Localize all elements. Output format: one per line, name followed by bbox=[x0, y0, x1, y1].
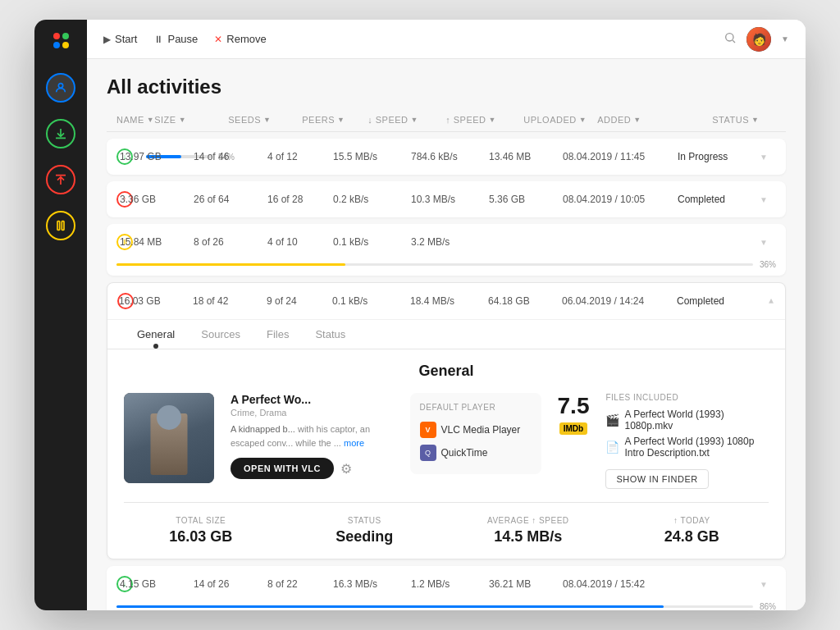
expanded-section-title: General bbox=[124, 363, 769, 380]
vlc-icon: V bbox=[420, 422, 436, 438]
file-item: 🎬 A Perfect World (1993) 1080p.mkv bbox=[605, 409, 769, 431]
account-chevron[interactable]: ▼ bbox=[781, 34, 789, 43]
toolbar-right: 🧑 ▼ bbox=[724, 27, 789, 52]
show-finder-button[interactable]: SHOW IN FINDER bbox=[605, 469, 708, 489]
stat-status: STATUS Seeding bbox=[288, 516, 442, 546]
torrent-size: 13.97 GB bbox=[120, 151, 194, 162]
torrent-row-nba[interactable]: ↓ NBA All Star (2019) 4.15 GB 14 of 26 8… bbox=[107, 566, 786, 602]
sidebar-item-pause[interactable] bbox=[46, 211, 75, 240]
torrent-size: 16.03 GB bbox=[119, 295, 193, 307]
torrent-row-perfectworld: ↑ A Perfect World (1993) 16.03 GB 18 of … bbox=[107, 282, 786, 559]
page-title: All activities bbox=[107, 75, 786, 98]
torrent-added: 08.04.2019 / 11:45 bbox=[563, 151, 678, 162]
torrent-seeds: 14 of 46 bbox=[194, 151, 267, 162]
torrent-main-perfectworld[interactable]: ↑ A Perfect World (1993) 16.03 GB 18 of … bbox=[107, 283, 785, 319]
torrent-row-formula1[interactable]: ↑ Formula 1 (2019) Ba... 3.36 GB 26 of 6… bbox=[107, 181, 786, 217]
sidebar-item-upload[interactable] bbox=[46, 165, 75, 194]
torrent-seeds: 26 of 64 bbox=[194, 194, 267, 205]
tab-files[interactable]: Files bbox=[253, 320, 302, 349]
row-expand-perfectworld[interactable]: ▼ bbox=[759, 297, 775, 306]
col-up-speed[interactable]: ↑ SPEED ▼ bbox=[445, 115, 523, 125]
torrent-row: ⏸ Armin Van Buuren X Lucas And Steve Fea… bbox=[107, 224, 786, 276]
row-expand-hacksaw[interactable]: ▼ bbox=[760, 153, 776, 162]
col-status[interactable]: STATUS ▼ bbox=[712, 115, 794, 125]
quicktime-player-item[interactable]: Q QuickTime bbox=[420, 441, 532, 464]
tab-sources[interactable]: Sources bbox=[188, 320, 253, 349]
torrent-down-speed: 0.1 kB/s bbox=[332, 295, 410, 307]
tab-status[interactable]: Status bbox=[302, 320, 358, 349]
torrent-up-speed: 10.3 MB/s bbox=[411, 194, 489, 205]
open-with-vlc-button[interactable]: OPEN WITH VLC bbox=[231, 458, 334, 479]
torrent-peers: 16 of 28 bbox=[267, 194, 333, 205]
vlc-player-item[interactable]: V VLC Media Player bbox=[420, 418, 532, 441]
stat-avg-speed: AVERAGE ↑ SPEED 14.5 MB/s bbox=[451, 516, 605, 546]
player-label: DEFAULT PLAYER bbox=[420, 403, 532, 412]
file-item: 📄 A Perfect World (1993) 1080p Intro Des… bbox=[605, 436, 769, 459]
row-expand-armin[interactable]: ▼ bbox=[760, 238, 776, 247]
remove-button[interactable]: ✕ Remove bbox=[214, 30, 266, 48]
torrent-status: Completed bbox=[677, 295, 759, 307]
search-button[interactable] bbox=[724, 31, 737, 48]
col-added[interactable]: ADDED ▼ bbox=[597, 115, 712, 125]
row-expand-formula1[interactable]: ▼ bbox=[760, 195, 776, 204]
settings-gear-icon[interactable]: ⚙ bbox=[340, 461, 352, 477]
movie-title: A Perfect Wo... bbox=[231, 393, 394, 406]
app-window: ▶ Start ⏸ Pause ✕ Remove 🧑 ▼ bbox=[34, 20, 806, 610]
pause-button[interactable]: ⏸ Pause bbox=[153, 30, 198, 48]
torrent-row: ↑ Formula 1 (2019) Ba... 3.36 GB 26 of 6… bbox=[107, 181, 786, 217]
remove-icon: ✕ bbox=[214, 34, 222, 45]
quicktime-icon: Q bbox=[420, 445, 436, 461]
expanded-body: A Perfect Wo... Crime, Drama A kidnapped… bbox=[124, 393, 769, 489]
torrent-down-speed: 16.3 MB/s bbox=[333, 578, 411, 590]
col-name[interactable]: NAME ▼ bbox=[116, 115, 154, 125]
sidebar bbox=[34, 20, 87, 610]
col-size[interactable]: SIZE ▼ bbox=[154, 115, 228, 125]
stat-total-size: TOTAL SIZE 16.03 GB bbox=[124, 516, 278, 546]
table-header: NAME ▼ SIZE ▼ SEEDS ▼ PEERS ▼ ↓ SPEED bbox=[107, 115, 786, 132]
svg-rect-2 bbox=[62, 221, 64, 231]
torrent-uploaded: 13.46 MB bbox=[489, 151, 563, 162]
start-button[interactable]: ▶ Start bbox=[103, 30, 137, 48]
torrent-added: 08.04.2019 / 10:05 bbox=[563, 194, 678, 205]
torrent-peers: 9 of 24 bbox=[267, 295, 332, 307]
more-link[interactable]: more bbox=[344, 438, 364, 448]
col-down-speed[interactable]: ↓ SPEED ▼ bbox=[368, 115, 445, 125]
main-content: ▶ Start ⏸ Pause ✕ Remove 🧑 ▼ bbox=[87, 20, 806, 610]
torrent-peers: 8 of 22 bbox=[267, 578, 333, 590]
content-area: All activities NAME ▼ SIZE ▼ SEEDS ▼ PEE… bbox=[87, 59, 806, 610]
pause-icon: ⏸ bbox=[153, 34, 163, 45]
svg-point-3 bbox=[726, 33, 733, 40]
video-file-icon: 🎬 bbox=[605, 413, 619, 427]
torrent-size: 3.36 GB bbox=[120, 194, 194, 205]
torrent-seeds: 14 of 26 bbox=[194, 578, 267, 590]
torrent-up-speed: 1.2 MB/s bbox=[411, 578, 489, 590]
imdb-badge: IMDb bbox=[559, 422, 587, 435]
torrent-added: 06.04.2019 / 14:24 bbox=[562, 295, 677, 307]
torrent-uploaded: 5.36 GB bbox=[489, 194, 563, 205]
movie-genre: Crime, Drama bbox=[231, 408, 394, 418]
start-label: Start bbox=[115, 33, 137, 45]
torrent-peers: 4 of 12 bbox=[267, 151, 333, 162]
app-logo bbox=[53, 33, 69, 48]
torrent-uploaded: 36.21 MB bbox=[489, 578, 563, 590]
file-name: A Perfect World (1993) 1080p.mkv bbox=[624, 409, 769, 431]
torrent-expanded-panel: General Sources Files Status General bbox=[107, 319, 785, 559]
tab-general[interactable]: General bbox=[124, 320, 188, 349]
col-peers[interactable]: PEERS ▼ bbox=[302, 115, 368, 125]
col-seeds[interactable]: SEEDS ▼ bbox=[228, 115, 302, 125]
movie-description: A kidnapped b... with his captor, an esc… bbox=[231, 422, 394, 450]
torrent-up-speed: 3.2 MB/s bbox=[411, 236, 489, 248]
sidebar-item-download[interactable] bbox=[46, 119, 75, 148]
torrent-row-hacksaw[interactable]: ↓ Hacksaw Ridge (2016) 54% 13.97 GB 14 o… bbox=[107, 139, 786, 175]
torrent-row-armin[interactable]: ⏸ Armin Van Buuren X Lucas And Steve Fea… bbox=[107, 224, 786, 260]
files-section-label: FILES INCLUDED bbox=[605, 393, 769, 402]
torrent-peers: 4 of 10 bbox=[267, 236, 333, 248]
col-uploaded[interactable]: UPLOADED ▼ bbox=[523, 115, 597, 125]
torrent-up-speed: 18.4 MB/s bbox=[410, 295, 488, 307]
expanded-content: General bbox=[107, 349, 785, 559]
row-expand-nba[interactable]: ▼ bbox=[760, 580, 776, 589]
sidebar-item-user[interactable] bbox=[46, 73, 75, 103]
torrent-size: 15.84 MB bbox=[120, 236, 194, 248]
torrent-seeds: 18 of 42 bbox=[193, 295, 267, 307]
torrent-uploaded: 64.18 GB bbox=[488, 295, 562, 307]
